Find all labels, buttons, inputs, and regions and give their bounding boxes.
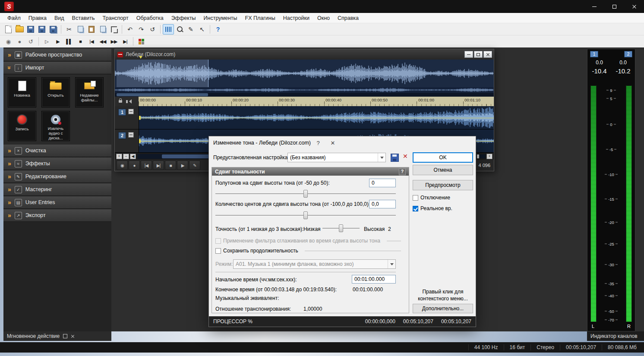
paste-button[interactable] xyxy=(86,24,97,35)
speaker-icon[interactable] xyxy=(126,100,128,103)
rewind-button[interactable]: ◀◀ xyxy=(97,36,108,47)
waveform-overview[interactable] xyxy=(115,60,494,87)
waveform-overview-sub[interactable] xyxy=(115,87,494,93)
meter-body[interactable]: 950-5-10-15-20-25-30-35-40-50-70 xyxy=(587,85,635,322)
save-preset-icon[interactable] xyxy=(391,154,399,162)
title-bar[interactable]: S xyxy=(0,0,644,13)
marker-grid-button[interactable] xyxy=(136,36,147,47)
sidebar-item-editing[interactable]: » ✎ Редактирование xyxy=(3,170,111,183)
preset-combo[interactable]: (Без названия) xyxy=(287,153,386,162)
recent-files-tile[interactable]: Недавние файлы... xyxy=(75,77,104,107)
dialog-help-button[interactable]: ? xyxy=(311,136,325,149)
preserve-duration-checkbox[interactable]: Сохранить продолжительность xyxy=(215,248,401,254)
slider-thumb[interactable] xyxy=(303,211,308,219)
overview-view-window[interactable] xyxy=(117,60,208,87)
doc-close-button[interactable] xyxy=(483,51,492,58)
redo-button[interactable]: ↷ xyxy=(136,24,147,35)
doc-go-to-start-button[interactable]: |◀ xyxy=(141,161,152,170)
doc-loop-playback-button[interactable]: ● xyxy=(129,161,140,170)
save-as-button[interactable] xyxy=(36,24,47,35)
bypass-checkbox[interactable]: Отключение xyxy=(413,195,450,201)
group-help-icon[interactable]: ? xyxy=(399,168,406,175)
minimize-button[interactable] xyxy=(584,0,604,13)
overview-scrollbar[interactable] xyxy=(115,93,494,97)
open-button[interactable] xyxy=(14,24,25,35)
selection-tool-button[interactable]: ↖ xyxy=(196,24,208,35)
menu-options[interactable]: Настройки xyxy=(279,15,313,21)
zoom-in-time-button[interactable]: + xyxy=(116,154,122,159)
maximize-button[interactable] xyxy=(604,0,624,13)
lock-icon[interactable] xyxy=(119,100,122,103)
dialog-title-bar[interactable]: Изменение тона - Лебеди (Dilozor.com) ? … xyxy=(209,136,476,149)
save-button[interactable] xyxy=(25,24,36,35)
menu-help[interactable]: Справка xyxy=(334,15,363,21)
semitones-input[interactable]: 0 xyxy=(369,179,396,187)
menu-tools[interactable]: Инструменты xyxy=(200,15,241,21)
copy-button[interactable] xyxy=(75,24,86,35)
sidebar-item-import[interactable]: » ↓ Импорт xyxy=(3,62,111,74)
preview-button[interactable]: Предпросмотр xyxy=(413,180,473,190)
dialog-close-button[interactable]: ✕ xyxy=(325,136,340,149)
sidebar-item-cleanup[interactable]: » × Очистка xyxy=(3,145,111,157)
extract-audio-tile[interactable]: Извлечь аудио с диска... xyxy=(41,111,70,141)
new-file-tile[interactable]: Новинка xyxy=(8,77,36,107)
menu-process[interactable]: Обработка xyxy=(133,15,167,21)
trim-button[interactable] xyxy=(108,24,120,35)
menu-transport[interactable]: Транспорт xyxy=(99,15,133,21)
doc-go-to-end-button[interactable]: ▶| xyxy=(153,161,164,170)
open-file-tile[interactable]: Открыть xyxy=(41,77,70,107)
realtime-checkbox[interactable]: Реальное вр. xyxy=(413,205,452,211)
slider-thumb[interactable] xyxy=(339,224,343,232)
doc-play-button[interactable]: ▶ xyxy=(177,161,188,170)
doc-stop-button[interactable]: ■ xyxy=(165,161,176,170)
checkbox-unchecked-icon[interactable] xyxy=(413,195,418,201)
pencil-tool-button[interactable]: ✎ xyxy=(185,24,196,35)
track-1-waveform[interactable] xyxy=(139,106,494,129)
close-button[interactable] xyxy=(624,0,644,13)
undo-button[interactable]: ↶ xyxy=(124,24,136,35)
restart-button[interactable]: ↺ xyxy=(25,36,36,47)
new-file-button[interactable] xyxy=(3,24,14,35)
doc-minimize-button[interactable] xyxy=(464,51,473,58)
accuracy-slider[interactable] xyxy=(322,224,360,232)
start-time-input[interactable]: 00:01:00.000 xyxy=(352,275,396,284)
cents-slider[interactable] xyxy=(215,211,396,219)
checkbox-unchecked-icon[interactable] xyxy=(215,248,221,254)
menu-insert[interactable]: Вставить xyxy=(68,15,99,21)
close-panel-icon[interactable] xyxy=(71,334,75,338)
menu-view[interactable]: Вид xyxy=(51,15,68,21)
track-1-number-badge[interactable]: 1 xyxy=(118,109,126,116)
loop-playback-button[interactable]: ● xyxy=(14,36,25,47)
overview-scroll-thumb[interactable] xyxy=(117,93,208,96)
time-ruler[interactable]: 00:00:00 00:00:10 00:00:20 00:00:30 00:0… xyxy=(139,97,494,106)
go-to-start-button[interactable]: |◀ xyxy=(86,36,97,47)
record-tile[interactable]: Запись xyxy=(8,111,36,141)
play-all-button[interactable]: ▷ xyxy=(41,36,52,47)
repeat-button[interactable]: ↺ xyxy=(147,24,158,35)
help-button[interactable]: ? xyxy=(212,24,224,35)
doc-pencil-button[interactable]: ✎ xyxy=(189,161,200,170)
track-2-number-badge[interactable]: 2 xyxy=(118,132,126,139)
track-1[interactable]: 1 xyxy=(115,106,494,129)
record-button[interactable]: ◉ xyxy=(3,36,14,47)
channel-1-badge[interactable]: 1 xyxy=(590,51,598,57)
sidebar-item-workspace[interactable]: » ▣ Рабочее пространство xyxy=(3,49,111,61)
menu-effects[interactable]: Эффекты xyxy=(167,15,200,21)
menu-fx-plugins[interactable]: FX Плагины xyxy=(241,15,279,21)
instant-action-bar[interactable]: Мгновенное действие xyxy=(3,331,111,341)
fast-forward-button[interactable]: ▶▶ xyxy=(108,36,120,47)
menu-edit[interactable]: Правка xyxy=(25,15,51,21)
go-to-end-button[interactable]: ▶| xyxy=(120,36,131,47)
menu-window[interactable]: Окно xyxy=(313,15,334,21)
doc-record-button[interactable]: ◉ xyxy=(117,161,128,170)
track-2-minimize-button[interactable] xyxy=(128,132,134,138)
ok-button[interactable]: OK xyxy=(413,152,473,163)
document-title-bar[interactable]: Лебеди (Dilozor.com) xyxy=(115,49,494,60)
sidebar-item-mastering[interactable]: » ✓ Мастеринг xyxy=(3,183,111,196)
play-button[interactable]: ▶ xyxy=(52,36,63,47)
slider-thumb[interactable] xyxy=(303,190,308,198)
cents-input[interactable]: 0,0 xyxy=(369,200,396,208)
delete-preset-icon[interactable]: ✕ xyxy=(403,153,408,160)
mix-paste-button[interactable] xyxy=(97,24,108,35)
stop-button[interactable]: ■ xyxy=(75,36,86,47)
